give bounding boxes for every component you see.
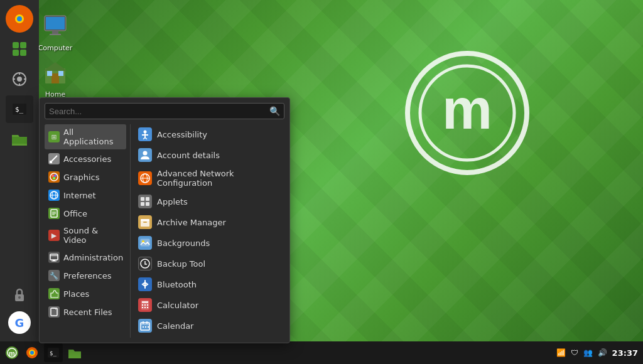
svg-point-52 <box>143 151 148 156</box>
computer-icon-image <box>40 11 70 41</box>
cat-places-label: Places <box>63 289 89 299</box>
sidebar-btn-google[interactable]: G <box>8 311 31 334</box>
svg-text:$_: $_ <box>50 350 57 356</box>
svg-rect-6 <box>50 34 61 35</box>
taskbar-terminal-btn[interactable]: $_ <box>44 343 63 362</box>
svg-point-33 <box>54 174 57 177</box>
sidebar-btn-files[interactable] <box>6 126 33 153</box>
cat-recent-label: Recent Files <box>63 308 112 317</box>
desktop: m Computer Home <box>0 0 643 364</box>
svg-rect-72 <box>144 307 146 308</box>
svg-rect-5 <box>52 31 58 34</box>
cat-places-icon <box>48 288 60 299</box>
svg-line-51 <box>145 137 147 139</box>
taskbar: m $_ 📶 🛡 👥 🔊 23:37 <box>0 341 643 364</box>
taskbar-files-btn[interactable] <box>65 343 84 362</box>
sidebar-btn-software[interactable] <box>6 35 33 63</box>
app-bluetooth[interactable]: Bluetooth <box>134 274 284 294</box>
svg-text:$_: $_ <box>15 105 24 114</box>
cat-graphics[interactable]: Graphics <box>45 168 126 186</box>
svg-rect-61 <box>141 219 149 221</box>
svg-point-87 <box>30 351 34 355</box>
cat-recent-files[interactable]: Recent Files <box>45 303 126 321</box>
search-input[interactable] <box>49 107 269 116</box>
cat-all-applications[interactable]: ⊞ All Applications <box>45 124 126 149</box>
cat-internet[interactable]: Internet <box>45 186 126 204</box>
svg-point-20 <box>17 77 22 82</box>
sidebar-btn-manager[interactable] <box>6 65 33 93</box>
cat-recent-icon <box>48 306 60 318</box>
svg-rect-11 <box>58 71 63 76</box>
svg-point-14 <box>17 16 22 21</box>
app-adv-network[interactable]: Advanced Network Configuration <box>134 166 284 191</box>
sidebar-btn-firefox[interactable] <box>6 5 33 33</box>
app-accessibility[interactable]: Accessibility <box>134 124 284 144</box>
cat-internet-label: Internet <box>63 191 96 200</box>
cat-administration[interactable]: Administration <box>45 249 126 266</box>
app-backgrounds-icon <box>138 236 152 250</box>
cat-preferences[interactable]: 🔧 Preferences <box>45 267 126 284</box>
app-calendar[interactable]: Calendar <box>134 316 284 336</box>
taskbar-mint-btn[interactable]: m <box>3 343 21 362</box>
menu-divider <box>130 124 131 338</box>
app-backup-label: Backup Tool <box>157 259 205 269</box>
taskbar-firefox-btn[interactable] <box>23 343 41 362</box>
app-backgrounds[interactable]: Backgrounds <box>134 233 284 253</box>
cat-administration-icon <box>48 252 60 263</box>
sidebar: $_ G <box>0 0 39 341</box>
svg-rect-10 <box>47 71 52 76</box>
svg-rect-67 <box>142 301 148 303</box>
app-applets-icon <box>138 195 152 208</box>
taskbar-volume-icon: 🔊 <box>598 348 607 357</box>
taskbar-time: 23:37 <box>612 348 638 358</box>
svg-rect-9 <box>51 73 59 83</box>
cat-office-label: Office <box>63 209 87 218</box>
svg-point-47 <box>144 131 147 134</box>
svg-text:m: m <box>9 350 15 357</box>
app-account[interactable]: Account details <box>134 145 284 165</box>
svg-rect-56 <box>141 197 144 201</box>
home-icon-image <box>40 58 70 88</box>
app-celluloid[interactable]: Celluloid <box>134 336 284 338</box>
cat-office[interactable]: Office <box>45 205 126 222</box>
cat-sound-video-label: Sound & Video <box>63 226 122 245</box>
app-backup[interactable]: Backup Tool <box>134 254 284 274</box>
app-accessibility-label: Accessibility <box>157 130 207 139</box>
cat-all-label: All Applications <box>63 127 122 146</box>
taskbar-left: m $_ <box>0 343 84 362</box>
svg-rect-71 <box>142 307 143 308</box>
cat-sound-video-icon: ▶ <box>48 230 60 241</box>
cat-internet-icon <box>48 190 60 201</box>
cat-accessories[interactable]: Accessories <box>45 150 126 168</box>
cat-places[interactable]: Places <box>45 285 126 302</box>
cat-sound-video[interactable]: ▶ Sound & Video <box>45 223 126 248</box>
app-calculator-icon <box>138 298 152 312</box>
svg-rect-78 <box>143 326 144 328</box>
svg-rect-60 <box>141 220 149 227</box>
menu-panel: 🔍 ⊞ All Applications Accessories <box>39 97 290 343</box>
app-applets[interactable]: Applets <box>134 191 284 211</box>
cat-office-icon <box>48 208 60 219</box>
taskbar-security-icon: 🛡 <box>571 348 578 357</box>
sidebar-btn-terminal[interactable]: $_ <box>6 95 33 123</box>
cat-all-icon: ⊞ <box>48 131 60 142</box>
cat-administration-label: Administration <box>63 253 123 262</box>
svg-rect-62 <box>143 222 147 223</box>
search-icon[interactable]: 🔍 <box>269 106 280 116</box>
svg-rect-27 <box>12 137 27 144</box>
svg-rect-42 <box>50 254 58 260</box>
app-calendar-icon <box>138 319 152 333</box>
app-calculator[interactable]: Calculator <box>134 295 284 315</box>
sidebar-btn-lock[interactable] <box>6 281 33 309</box>
svg-rect-16 <box>20 42 26 48</box>
taskbar-network-icon: 📶 <box>556 348 566 357</box>
svg-rect-23 <box>13 78 15 80</box>
app-backgrounds-label: Backgrounds <box>157 238 210 248</box>
svg-rect-59 <box>146 202 149 206</box>
svg-rect-22 <box>19 83 20 86</box>
app-archive[interactable]: Archive Manager <box>134 212 284 232</box>
app-bluetooth-icon <box>138 277 152 291</box>
app-accessibility-icon <box>138 127 152 141</box>
app-archive-icon <box>138 215 152 229</box>
app-bluetooth-label: Bluetooth <box>157 280 197 289</box>
